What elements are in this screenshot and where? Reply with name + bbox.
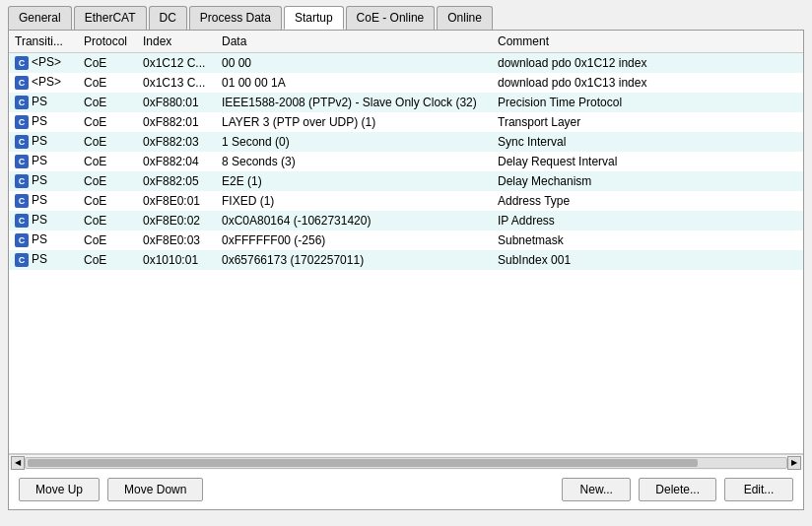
cell-data: 1 Second (0) [216, 132, 492, 152]
table-container[interactable]: Transiti...ProtocolIndexDataComment C<PS… [9, 31, 803, 454]
row-badge: C [15, 76, 29, 90]
cell-index: 0xF882:04 [137, 152, 216, 171]
row-badge: C [15, 194, 29, 208]
startup-table: Transiti...ProtocolIndexDataComment C<PS… [9, 31, 803, 270]
table-row[interactable]: CPSCoE0xF8E0:01FIXED (1)Address Type [9, 191, 803, 211]
tab-ethercat[interactable]: EtherCAT [74, 6, 147, 30]
cell-data: LAYER 3 (PTP over UDP) (1) [216, 112, 492, 132]
table-row[interactable]: CPSCoE0xF8E0:030xFFFFFF00 (-256)Subnetma… [9, 230, 803, 250]
row-badge: C [15, 233, 29, 247]
col-header-index: Index [137, 31, 216, 53]
cell-protocol: CoE [78, 112, 137, 132]
cell-protocol: CoE [78, 230, 137, 250]
cell-index: 0x1C13 C... [137, 73, 216, 93]
new-button[interactable]: New... [562, 478, 631, 501]
table-row[interactable]: C<PS>CoE0x1C12 C...00 00download pdo 0x1… [9, 53, 803, 73]
cell-transition: CPS [9, 250, 78, 270]
scroll-left-btn[interactable]: ◀ [11, 456, 25, 470]
cell-index: 0x1010:01 [137, 250, 216, 270]
tab-coeonline[interactable]: CoE - Online [346, 6, 436, 30]
horizontal-scrollbar[interactable]: ◀ ▶ [9, 454, 803, 470]
cell-data: FIXED (1) [216, 191, 492, 211]
cell-transition: CPS [9, 191, 78, 211]
transition-text: PS [32, 213, 47, 227]
cell-protocol: CoE [78, 152, 137, 171]
transition-text: PS [32, 154, 47, 167]
transition-text: PS [32, 252, 47, 266]
tab-general[interactable]: General [8, 6, 72, 30]
cell-data: 01 00 00 1A [216, 73, 492, 93]
cell-comment: download pdo 0x1C12 index [492, 53, 803, 73]
cell-transition: CPS [9, 132, 78, 152]
cell-comment: Precision Time Protocol [492, 93, 803, 112]
cell-comment: download pdo 0x1C13 index [492, 73, 803, 93]
transition-text: PS [32, 134, 47, 148]
cell-data: E2E (1) [216, 171, 492, 191]
cell-index: 0xF8E0:03 [137, 230, 216, 250]
cell-transition: CPS [9, 112, 78, 132]
cell-comment: SubIndex 001 [492, 250, 803, 270]
transition-text: PS [32, 114, 47, 128]
move-up-button[interactable]: Move Up [19, 478, 100, 501]
cell-index: 0xF8E0:01 [137, 191, 216, 211]
row-badge: C [15, 174, 29, 188]
col-header-comment: Comment [492, 31, 803, 53]
main-panel: Transiti...ProtocolIndexDataComment C<PS… [8, 30, 804, 510]
cell-protocol: CoE [78, 73, 137, 93]
table-row[interactable]: C<PS>CoE0x1C13 C...01 00 00 1Adownload p… [9, 73, 803, 93]
cell-comment: Delay Request Interval [492, 152, 803, 171]
table-row[interactable]: CPSCoE0x1010:010x65766173 (1702257011)Su… [9, 250, 803, 270]
scroll-right-btn[interactable]: ▶ [787, 456, 801, 470]
tab-processdata[interactable]: Process Data [189, 6, 282, 30]
row-badge: C [15, 96, 29, 109]
buttons-row: Move Up Move Down New... Delete... Edit.… [9, 470, 803, 509]
row-badge: C [15, 56, 29, 70]
tabs-bar: GeneralEtherCATDCProcess DataStartupCoE … [0, 0, 812, 30]
cell-transition: CPS [9, 93, 78, 112]
cell-comment: Transport Layer [492, 112, 803, 132]
row-badge: C [15, 115, 29, 129]
table-row[interactable]: CPSCoE0xF882:048 Seconds (3)Delay Reques… [9, 152, 803, 171]
row-badge: C [15, 135, 29, 149]
cell-data: 0x65766173 (1702257011) [216, 250, 492, 270]
cell-comment: IP Address [492, 211, 803, 230]
table-row[interactable]: CPSCoE0xF880:01IEEE1588-2008 (PTPv2) - S… [9, 93, 803, 112]
row-badge: C [15, 253, 29, 267]
cell-comment: Address Type [492, 191, 803, 211]
cell-comment: Subnetmask [492, 230, 803, 250]
cell-index: 0x1C12 C... [137, 53, 216, 73]
cell-index: 0xF882:01 [137, 112, 216, 132]
transition-text: <PS> [32, 75, 61, 89]
cell-data: 8 Seconds (3) [216, 152, 492, 171]
cell-protocol: CoE [78, 211, 137, 230]
cell-protocol: CoE [78, 171, 137, 191]
transition-text: PS [32, 95, 47, 108]
tab-dc[interactable]: DC [149, 6, 187, 30]
table-header-row: Transiti...ProtocolIndexDataComment [9, 31, 803, 53]
cell-data: IEEE1588-2008 (PTPv2) - Slave Only Clock… [216, 93, 492, 112]
cell-transition: CPS [9, 152, 78, 171]
row-badge: C [15, 155, 29, 168]
cell-protocol: CoE [78, 93, 137, 112]
cell-comment: Sync Interval [492, 132, 803, 152]
transition-text: <PS> [32, 55, 61, 69]
cell-index: 0xF882:05 [137, 171, 216, 191]
table-row[interactable]: CPSCoE0xF882:031 Second (0)Sync Interval [9, 132, 803, 152]
table-row[interactable]: CPSCoE0xF8E0:020xC0A80164 (-1062731420)I… [9, 211, 803, 230]
table-row[interactable]: CPSCoE0xF882:01LAYER 3 (PTP over UDP) (1… [9, 112, 803, 132]
table-row[interactable]: CPSCoE0xF882:05E2E (1)Delay Mechanism [9, 171, 803, 191]
hscroll-track[interactable] [25, 457, 787, 469]
col-header-data: Data [216, 31, 492, 53]
tab-online[interactable]: Online [437, 6, 493, 30]
cell-transition: C<PS> [9, 53, 78, 73]
cell-transition: CPS [9, 211, 78, 230]
cell-data: 0xFFFFFF00 (-256) [216, 230, 492, 250]
move-down-button[interactable]: Move Down [107, 478, 203, 501]
edit-button[interactable]: Edit... [724, 478, 793, 501]
tab-startup[interactable]: Startup [284, 6, 344, 30]
col-header-protocol: Protocol [78, 31, 137, 53]
cell-protocol: CoE [78, 250, 137, 270]
delete-button[interactable]: Delete... [639, 478, 716, 501]
cell-data: 0xC0A80164 (-1062731420) [216, 211, 492, 230]
cell-data: 00 00 [216, 53, 492, 73]
